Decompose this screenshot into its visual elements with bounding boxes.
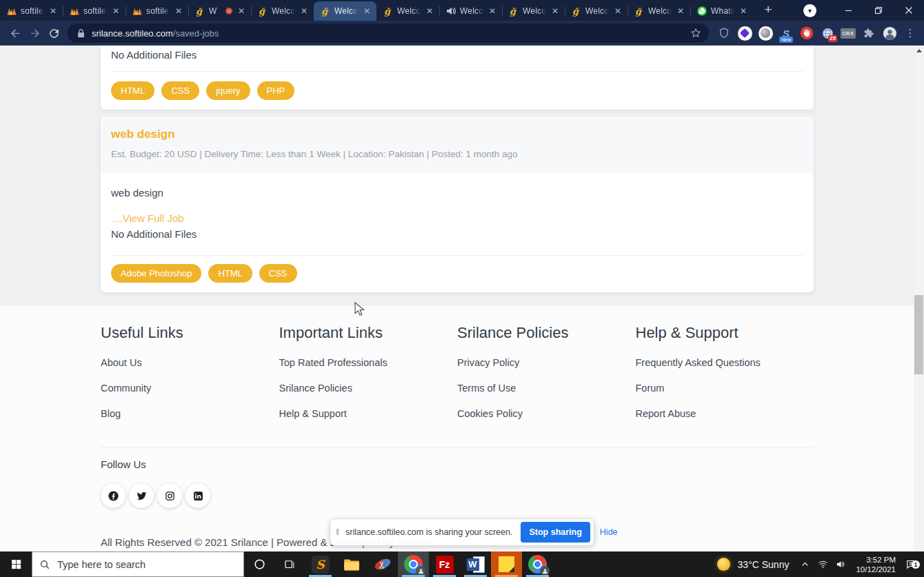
skill-tag[interactable]: HTML <box>111 81 154 100</box>
puzzle-extensions-icon[interactable] <box>861 25 877 41</box>
footer-link[interactable]: Forum <box>636 383 814 394</box>
extensions-row: S New 25 CRX ⋮ <box>716 25 918 41</box>
tab-close-icon[interactable]: ✕ <box>110 6 121 17</box>
share-message: srilance.softileo.com is sharing your sc… <box>345 527 512 537</box>
stop-sharing-button[interactable]: Stop sharing <box>521 522 590 543</box>
browser-tab[interactable]: ğ Welco ✕ <box>251 1 314 21</box>
clock[interactable]: 3:52 PM 10/12/2021 <box>856 555 896 574</box>
tab-close-icon[interactable]: ✕ <box>675 6 686 17</box>
hide-share-bar-link[interactable]: Hide <box>600 527 618 537</box>
chrome-icon <box>528 555 547 574</box>
scrollbar-thumb[interactable] <box>914 295 923 374</box>
skill-tag[interactable]: HTML <box>208 264 252 283</box>
taskbar-sublime-text[interactable]: S <box>305 551 336 577</box>
globe-extension-icon[interactable]: 25 <box>819 25 836 41</box>
footer-link[interactable]: Blog <box>101 408 279 419</box>
browser-tab[interactable]: ğ Welco ✕ <box>565 1 627 21</box>
footer-link[interactable]: Community <box>101 383 279 394</box>
tab-close-icon[interactable]: ✕ <box>299 6 310 17</box>
close-window-button[interactable] <box>894 0 924 21</box>
footer-link[interactable]: Terms of Use <box>457 383 636 394</box>
job-title-link[interactable]: web design <box>111 126 803 142</box>
browser-tab[interactable]: ğ Welco ✕ <box>502 1 565 21</box>
wifi-icon[interactable] <box>817 558 829 570</box>
browser-tab[interactable]: softile ✕ <box>125 1 188 21</box>
task-view-button[interactable] <box>274 551 305 577</box>
tab-close-icon[interactable]: ✕ <box>424 6 435 17</box>
action-center-icon[interactable]: 1 <box>902 558 920 570</box>
chevron-up-icon[interactable] <box>799 558 811 570</box>
browser-tab[interactable]: ğ Welco ✕ <box>314 1 376 21</box>
shield-extension-icon[interactable] <box>716 25 732 41</box>
vertical-scrollbar[interactable] <box>914 45 924 551</box>
new-tab-button[interactable]: + <box>759 1 778 20</box>
view-full-job-link[interactable]: ....View Full Job <box>111 212 803 225</box>
tab-close-icon[interactable]: ✕ <box>612 6 623 17</box>
tab-close-icon[interactable]: ✕ <box>738 6 749 17</box>
social-twitter-icon[interactable] <box>129 483 154 508</box>
skill-tag[interactable]: CSS <box>161 81 199 100</box>
sun-weather-icon[interactable] <box>717 558 730 571</box>
restore-button[interactable] <box>863 0 894 21</box>
taskbar-chrome-active[interactable] <box>398 551 429 577</box>
social-facebook-icon[interactable] <box>101 483 125 508</box>
purple-diamond-extension-icon[interactable] <box>736 25 753 41</box>
start-button[interactable] <box>0 551 32 577</box>
tab-close-icon[interactable]: ✕ <box>487 6 498 17</box>
scroll-up-arrow[interactable] <box>914 45 924 56</box>
tab-close-icon[interactable]: ✕ <box>48 6 59 17</box>
stop-hand-extension-icon[interactable] <box>799 25 815 41</box>
social-linkedin-icon[interactable] <box>185 483 210 508</box>
bookmark-star-icon[interactable] <box>690 27 702 39</box>
browser-tab[interactable]: ğ W ✕ <box>188 1 251 21</box>
tab-close-icon[interactable]: ✕ <box>361 6 372 17</box>
media-controls-icon[interactable]: ▾ <box>803 4 816 17</box>
back-button[interactable] <box>6 23 25 43</box>
screen-share-bar: ‖ srilance.softileo.com is sharing your … <box>330 518 594 546</box>
browser-menu-icon[interactable]: ⋮ <box>902 25 918 41</box>
browser-tab[interactable]: Welco ✕ <box>439 1 502 21</box>
tab-close-icon[interactable]: ✕ <box>236 6 247 17</box>
refresh-button[interactable] <box>44 23 63 43</box>
forward-button[interactable] <box>25 23 44 43</box>
tab-close-icon[interactable]: ✕ <box>173 6 184 17</box>
skill-tag[interactable]: PHP <box>257 81 295 100</box>
taskbar-sticky-notes[interactable] <box>491 551 522 577</box>
footer-link[interactable]: Privacy Policy <box>457 357 636 368</box>
footer-link[interactable]: Cookies Policy <box>457 408 636 419</box>
s-extension-new-icon[interactable]: S New <box>778 25 794 41</box>
footer-link[interactable]: Top Rated Professionals <box>279 357 458 368</box>
footer-link[interactable]: Srilance Policies <box>279 383 458 394</box>
footer-link[interactable]: Help & Support <box>279 408 458 419</box>
weather-text[interactable]: 33°C Sunny <box>738 559 790 570</box>
tab-close-icon[interactable]: ✕ <box>550 6 561 17</box>
volume-icon[interactable] <box>835 558 847 570</box>
taskbar-file-explorer[interactable] <box>336 551 367 577</box>
taskbar-search-input[interactable]: Type here to search <box>32 551 244 577</box>
footer-column-title: Srilance Policies <box>457 323 636 343</box>
browser-tab[interactable]: softile ✕ <box>0 1 63 21</box>
profile-avatar[interactable] <box>881 25 898 41</box>
footer-link[interactable]: Report Abuse <box>636 408 814 419</box>
taskbar-chrome-secondary[interactable] <box>522 551 553 577</box>
skill-tag[interactable]: CSS <box>259 264 297 283</box>
footer-link[interactable]: Frequently Asked Questions <box>636 357 814 368</box>
browser-tab[interactable]: ğ Welco ✕ <box>376 1 439 21</box>
taskbar-snipping-tool[interactable]: ✂ <box>367 551 398 577</box>
gray-sphere-extension-icon[interactable] <box>757 25 774 41</box>
minimize-button[interactable] <box>833 0 863 21</box>
skill-tag[interactable]: jquery <box>206 81 250 100</box>
skill-tag[interactable]: Adobe Photoshop <box>111 264 201 283</box>
social-instagram-icon[interactable] <box>157 483 182 508</box>
browser-tab[interactable]: Whats ✕ <box>690 1 753 21</box>
footer-link[interactable]: About Us <box>101 357 279 368</box>
drag-handle-icon[interactable]: ‖ <box>336 527 340 537</box>
browser-tab[interactable]: ğ Welco ✕ <box>627 1 690 21</box>
taskbar-word[interactable]: W <box>460 551 491 577</box>
crx-extension-icon[interactable]: CRX <box>840 25 856 41</box>
browser-tab[interactable]: softile ✕ <box>63 1 125 21</box>
cortana-button[interactable] <box>244 551 274 577</box>
sticky-notes-icon <box>499 556 514 572</box>
taskbar-filezilla[interactable]: Fz <box>429 551 460 577</box>
address-bar[interactable]: srilance.softileo.com /saved-jobs <box>68 23 709 43</box>
